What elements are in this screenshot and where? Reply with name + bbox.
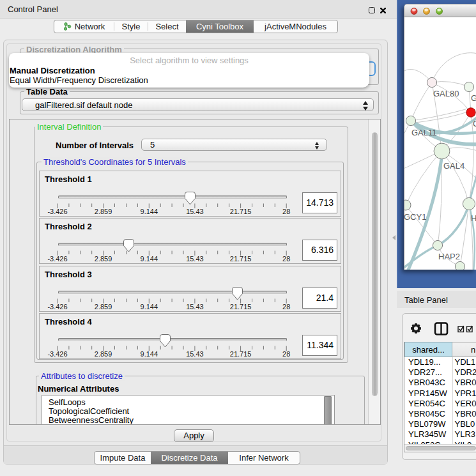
svg-text:HA: HA <box>471 213 476 223</box>
svg-text:GA: GA <box>471 93 476 103</box>
svg-text:HAP2: HAP2 <box>438 252 460 261</box>
svg-text:C: C <box>473 119 476 128</box>
svg-text:GAL4: GAL4 <box>443 161 464 171</box>
svg-text:GAL11: GAL11 <box>411 128 437 137</box>
svg-text:GAL80: GAL80 <box>433 89 459 98</box>
svg-text:GCY1: GCY1 <box>404 212 426 222</box>
